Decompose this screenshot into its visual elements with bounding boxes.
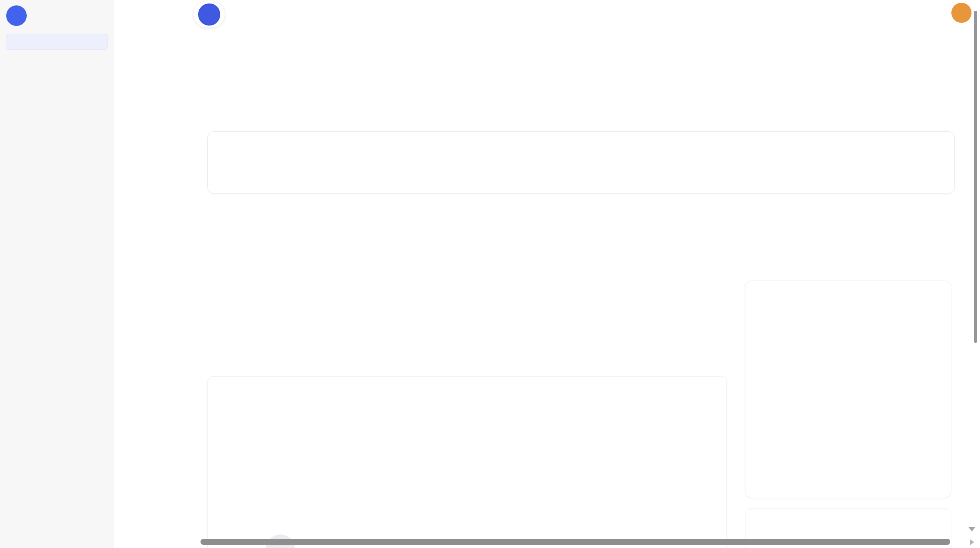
horizontal-scrollbar[interactable] — [200, 539, 950, 545]
project-dashboard-card — [207, 376, 727, 548]
chat-composer — [207, 131, 955, 194]
view-all-schedule-link[interactable] — [756, 291, 940, 307]
sidebar-header — [0, 0, 114, 26]
vertical-scrollbar[interactable] — [974, 11, 977, 343]
user-avatar[interactable] — [951, 3, 971, 23]
notification-bell-button[interactable] — [937, 6, 950, 19]
app-logo — [6, 5, 27, 26]
quick-access-pill — [193, 1, 225, 28]
scroll-right-arrow[interactable] — [970, 539, 974, 545]
sidebar-collapse-button[interactable] — [98, 11, 108, 21]
dashboard-grid-icon[interactable] — [937, 249, 951, 263]
add-agent-button[interactable] — [198, 3, 220, 26]
scroll-down-arrow[interactable] — [968, 527, 975, 531]
schedule-card — [745, 281, 951, 498]
sidebar — [0, 0, 114, 548]
chat-input[interactable] — [218, 143, 838, 169]
new-chat-button[interactable] — [6, 34, 108, 50]
assistant-avatar — [209, 77, 252, 119]
